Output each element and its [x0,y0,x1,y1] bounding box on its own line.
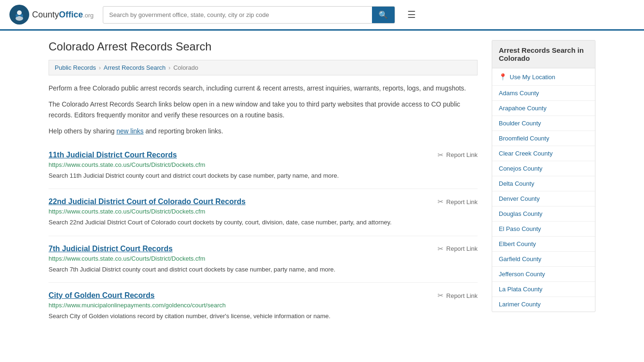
result-url[interactable]: https://www.courts.state.co.us/Courts/Di… [49,161,478,168]
breadcrumb-arrest-records[interactable]: Arrest Records Search [104,64,166,71]
intro-paragraph-3: Help others by sharing new links and rep… [49,126,478,136]
sidebar-item-boulder-county[interactable]: Boulder County [492,116,595,131]
result-desc: Search 7th Judicial District county cour… [49,265,478,274]
site-logo[interactable]: CountyOffice.org [9,5,93,25]
result-item: 22nd Judicial District Court of Colorado… [49,189,478,236]
result-url[interactable]: https://www.courts.state.co.us/Courts/Di… [49,208,478,215]
breadcrumb-colorado: Colorado [173,64,198,71]
report-link-label: Report Link [446,245,478,252]
breadcrumb-sep-1: › [99,64,100,71]
scissors-icon: ✂ [438,245,444,253]
results-list: 11th Judicial District Court Records ✂ R… [49,142,478,329]
sidebar-item-garfield-county[interactable]: Garfield County [492,252,595,266]
sidebar-item-denver-county[interactable]: Denver County [492,191,595,206]
list-item: Elbert County [492,237,595,252]
sidebar-item-jefferson-county[interactable]: Jefferson County [492,267,595,281]
sidebar-item-elbert-county[interactable]: Elbert County [492,237,595,251]
report-link-button[interactable]: ✂ Report Link [438,151,478,159]
result-title[interactable]: 11th Judicial District Court Records [49,151,177,159]
list-item: Denver County [492,191,595,206]
report-link-label: Report Link [446,292,478,299]
result-header: 22nd Judicial District Court of Colorado… [49,197,478,206]
result-item: 11th Judicial District Court Records ✂ R… [49,142,478,189]
result-title[interactable]: City of Golden Court Records [49,291,155,300]
report-link-button[interactable]: ✂ Report Link [438,197,478,206]
breadcrumb-sep-2: › [168,64,170,71]
report-link-label: Report Link [446,198,478,206]
search-button[interactable]: 🔍 [372,7,395,23]
list-item: El Paso County [492,222,595,237]
sidebar-item-delta-county[interactable]: Delta County [492,176,595,191]
sidebar-item-douglas-county[interactable]: Douglas County [492,206,595,221]
list-item: Broomfield County [492,131,595,146]
search-icon: 🔍 [379,11,388,19]
list-item: Conejos County [492,161,595,176]
list-item: Douglas County [492,206,595,222]
page-title: Colorado Arrest Records Search [49,40,478,53]
result-desc: Search 11th Judicial District county cou… [49,171,478,181]
result-header: 7th Judicial District Court Records ✂ Re… [49,245,478,253]
logo-text: CountyOffice.org [32,10,93,20]
sidebar-item-la-plata-county[interactable]: La Plata County [492,282,595,296]
sidebar-item-larimer-county[interactable]: Larimer County [492,297,595,312]
page-wrap: Colorado Arrest Records Search Public Re… [39,31,605,339]
list-item: Boulder County [492,116,595,131]
result-url[interactable]: https://www.courts.state.co.us/Courts/Di… [49,255,478,262]
list-item: Larimer County [492,297,595,312]
list-item: La Plata County [492,282,595,297]
sidebar: Arrest Records Search in Colorado 📍 Use … [492,40,595,329]
report-link-button[interactable]: ✂ Report Link [438,245,478,253]
sidebar-item-arapahoe-county[interactable]: Arapahoe County [492,101,595,115]
report-link-button[interactable]: ✂ Report Link [438,291,478,300]
sidebar-item-conejos-county[interactable]: Conejos County [492,161,595,176]
intro-paragraph-2: The Colorado Arrest Records Search links… [49,99,478,120]
search-bar: 🔍 [103,6,395,24]
list-item: Garfield County [492,252,595,267]
sidebar-item-el-paso-county[interactable]: El Paso County [492,222,595,236]
report-link-label: Report Link [446,151,478,158]
sidebar-item-adams-county[interactable]: Adams County [492,86,595,100]
list-item: Arapahoe County [492,101,595,116]
sidebar-box: Arrest Records Search in Colorado 📍 Use … [492,40,595,312]
new-links-link[interactable]: new links [116,127,144,135]
hamburger-icon: ☰ [407,9,416,20]
hamburger-menu-button[interactable]: ☰ [405,6,419,23]
logo-icon [9,5,29,25]
breadcrumb-public-records[interactable]: Public Records [55,64,96,71]
list-item: Jefferson County [492,267,595,282]
use-my-location-link[interactable]: Use My Location [510,74,555,81]
result-item: City of Golden Court Records ✂ Report Li… [49,283,478,329]
result-desc: Search 22nd Judicial District Court of C… [49,218,478,227]
breadcrumb: Public Records › Arrest Records Search ›… [49,60,478,75]
scissors-icon: ✂ [438,151,444,159]
sidebar-item-clear-creek-county[interactable]: Clear Creek County [492,146,595,161]
result-header: City of Golden Court Records ✂ Report Li… [49,291,478,300]
list-item: Delta County [492,176,595,191]
site-header: CountyOffice.org 🔍 ☰ [0,0,644,31]
result-header: 11th Judicial District Court Records ✂ R… [49,151,478,159]
svg-point-3 [16,14,18,17]
list-item: Adams County [492,86,595,101]
result-title[interactable]: 7th Judicial District Court Records [49,245,173,253]
list-item: Clear Creek County [492,146,595,161]
location-icon: 📍 [499,73,507,81]
search-input[interactable] [103,8,372,22]
result-item: 7th Judicial District Court Records ✂ Re… [49,236,478,283]
sidebar-item-broomfield-county[interactable]: Broomfield County [492,131,595,146]
sidebar-location: 📍 Use My Location [492,68,595,86]
result-url[interactable]: https://www.municipalonlinepayments.com/… [49,302,478,309]
scissors-icon: ✂ [438,291,444,300]
intro-paragraph-1: Perform a free Colorado public arrest re… [49,83,478,93]
sidebar-county-list: Adams County Arapahoe County Boulder Cou… [492,86,595,312]
scissors-icon: ✂ [438,197,444,206]
result-desc: Search City of Golden violations record … [49,312,478,321]
sidebar-title: Arrest Records Search in Colorado [492,41,595,68]
main-content: Colorado Arrest Records Search Public Re… [49,40,478,329]
result-title[interactable]: 22nd Judicial District Court of Colorado… [49,197,246,206]
svg-point-4 [20,14,23,17]
